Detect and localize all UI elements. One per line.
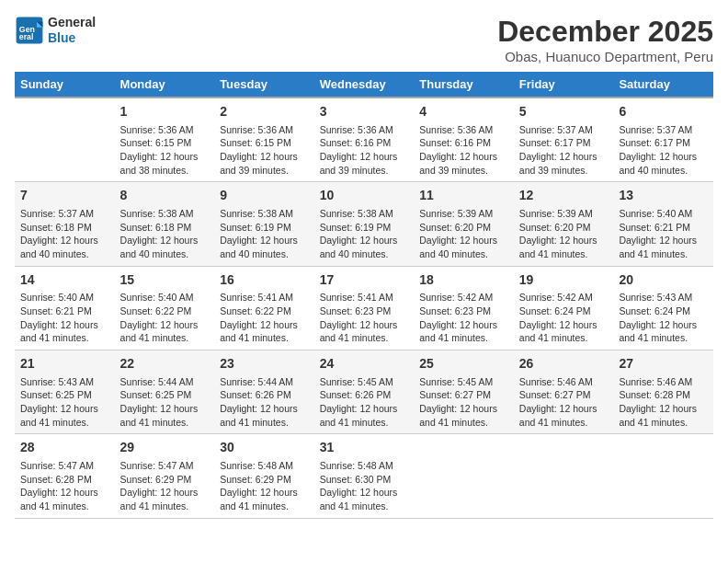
calendar-cell: 7Sunrise: 5:37 AM Sunset: 6:18 PM Daylig… bbox=[15, 182, 115, 266]
col-tuesday: Tuesday bbox=[214, 72, 314, 98]
day-info: Sunrise: 5:38 AM Sunset: 6:19 PM Dayligh… bbox=[220, 207, 309, 261]
day-info: Sunrise: 5:46 AM Sunset: 6:27 PM Dayligh… bbox=[519, 375, 609, 430]
day-number: 29 bbox=[120, 439, 210, 457]
day-info: Sunrise: 5:38 AM Sunset: 6:18 PM Dayligh… bbox=[120, 207, 210, 261]
calendar-cell: 13Sunrise: 5:40 AM Sunset: 6:21 PM Dayli… bbox=[613, 182, 713, 266]
calendar-cell: 18Sunrise: 5:42 AM Sunset: 6:23 PM Dayli… bbox=[414, 266, 514, 350]
day-info: Sunrise: 5:40 AM Sunset: 6:22 PM Dayligh… bbox=[120, 291, 210, 345]
day-info: Sunrise: 5:40 AM Sunset: 6:21 PM Dayligh… bbox=[619, 207, 708, 261]
calendar-cell: 15Sunrise: 5:40 AM Sunset: 6:22 PM Dayli… bbox=[115, 266, 215, 350]
calendar-cell: 2Sunrise: 5:36 AM Sunset: 6:15 PM Daylig… bbox=[214, 98, 314, 182]
day-number: 23 bbox=[220, 355, 309, 373]
day-number: 17 bbox=[320, 271, 409, 290]
calendar-cell: 24Sunrise: 5:45 AM Sunset: 6:26 PM Dayli… bbox=[314, 350, 415, 434]
day-number: 6 bbox=[619, 103, 708, 121]
day-number: 25 bbox=[419, 355, 508, 373]
calendar-cell: 19Sunrise: 5:42 AM Sunset: 6:24 PM Dayli… bbox=[514, 266, 614, 350]
calendar-cell: 11Sunrise: 5:39 AM Sunset: 6:20 PM Dayli… bbox=[414, 182, 514, 266]
day-number: 18 bbox=[419, 271, 508, 290]
day-info: Sunrise: 5:45 AM Sunset: 6:27 PM Dayligh… bbox=[419, 375, 508, 430]
calendar-cell: 22Sunrise: 5:44 AM Sunset: 6:25 PM Dayli… bbox=[115, 350, 215, 434]
day-number: 13 bbox=[619, 187, 708, 205]
location: Obas, Huanuco Department, Peru bbox=[497, 49, 713, 64]
day-number: 1 bbox=[120, 103, 210, 121]
calendar-week-row: 28Sunrise: 5:47 AM Sunset: 6:28 PM Dayli… bbox=[15, 434, 713, 518]
day-info: Sunrise: 5:36 AM Sunset: 6:16 PM Dayligh… bbox=[320, 123, 409, 178]
day-info: Sunrise: 5:48 AM Sunset: 6:29 PM Dayligh… bbox=[220, 459, 309, 513]
day-number: 10 bbox=[320, 187, 409, 205]
day-info: Sunrise: 5:42 AM Sunset: 6:23 PM Dayligh… bbox=[419, 291, 508, 345]
calendar-cell: 9Sunrise: 5:38 AM Sunset: 6:19 PM Daylig… bbox=[214, 182, 314, 266]
day-info: Sunrise: 5:40 AM Sunset: 6:21 PM Dayligh… bbox=[20, 291, 109, 345]
calendar-cell: 21Sunrise: 5:43 AM Sunset: 6:25 PM Dayli… bbox=[15, 350, 115, 434]
logo-text: General Blue bbox=[48, 15, 96, 46]
col-friday: Friday bbox=[514, 72, 614, 98]
day-info: Sunrise: 5:41 AM Sunset: 6:23 PM Dayligh… bbox=[320, 291, 409, 345]
calendar-cell: 26Sunrise: 5:46 AM Sunset: 6:27 PM Dayli… bbox=[514, 350, 614, 434]
calendar-header-row: Sunday Monday Tuesday Wednesday Thursday… bbox=[15, 72, 713, 98]
col-wednesday: Wednesday bbox=[314, 72, 415, 98]
day-number: 31 bbox=[320, 439, 409, 457]
calendar-week-row: 1Sunrise: 5:36 AM Sunset: 6:15 PM Daylig… bbox=[15, 98, 713, 182]
day-info: Sunrise: 5:37 AM Sunset: 6:17 PM Dayligh… bbox=[619, 123, 708, 178]
day-number: 22 bbox=[120, 355, 210, 373]
calendar-cell: 14Sunrise: 5:40 AM Sunset: 6:21 PM Dayli… bbox=[15, 266, 115, 350]
day-number: 7 bbox=[20, 187, 109, 205]
calendar-cell: 8Sunrise: 5:38 AM Sunset: 6:18 PM Daylig… bbox=[115, 182, 215, 266]
day-number: 9 bbox=[220, 187, 309, 205]
calendar-week-row: 7Sunrise: 5:37 AM Sunset: 6:18 PM Daylig… bbox=[15, 182, 713, 266]
day-number: 15 bbox=[120, 271, 210, 290]
day-info: Sunrise: 5:44 AM Sunset: 6:25 PM Dayligh… bbox=[120, 375, 210, 430]
calendar-cell: 27Sunrise: 5:46 AM Sunset: 6:28 PM Dayli… bbox=[613, 350, 713, 434]
month-title: December 2025 bbox=[497, 15, 713, 49]
day-info: Sunrise: 5:37 AM Sunset: 6:18 PM Dayligh… bbox=[20, 207, 109, 261]
calendar-cell: 10Sunrise: 5:38 AM Sunset: 6:19 PM Dayli… bbox=[314, 182, 415, 266]
day-number: 20 bbox=[619, 271, 708, 290]
day-info: Sunrise: 5:39 AM Sunset: 6:20 PM Dayligh… bbox=[419, 207, 508, 261]
calendar-table: Sunday Monday Tuesday Wednesday Thursday… bbox=[15, 72, 713, 519]
day-number: 2 bbox=[220, 103, 309, 121]
logo-line2: Blue bbox=[48, 30, 75, 45]
calendar-cell: 31Sunrise: 5:48 AM Sunset: 6:30 PM Dayli… bbox=[314, 434, 415, 518]
day-number: 19 bbox=[519, 271, 609, 290]
calendar-cell: 4Sunrise: 5:36 AM Sunset: 6:16 PM Daylig… bbox=[414, 98, 514, 182]
calendar-week-row: 14Sunrise: 5:40 AM Sunset: 6:21 PM Dayli… bbox=[15, 266, 713, 350]
day-info: Sunrise: 5:44 AM Sunset: 6:26 PM Dayligh… bbox=[220, 375, 309, 430]
calendar-cell: 23Sunrise: 5:44 AM Sunset: 6:26 PM Dayli… bbox=[214, 350, 314, 434]
calendar-cell: 1Sunrise: 5:36 AM Sunset: 6:15 PM Daylig… bbox=[115, 98, 215, 182]
calendar-cell: 3Sunrise: 5:36 AM Sunset: 6:16 PM Daylig… bbox=[314, 98, 415, 182]
day-number: 21 bbox=[20, 355, 109, 373]
day-number: 24 bbox=[320, 355, 409, 373]
day-info: Sunrise: 5:36 AM Sunset: 6:16 PM Dayligh… bbox=[419, 123, 508, 178]
calendar-cell bbox=[514, 434, 614, 518]
day-info: Sunrise: 5:47 AM Sunset: 6:29 PM Dayligh… bbox=[120, 459, 210, 513]
calendar-cell bbox=[613, 434, 713, 518]
day-number: 8 bbox=[120, 187, 210, 205]
day-info: Sunrise: 5:46 AM Sunset: 6:28 PM Dayligh… bbox=[619, 375, 708, 430]
day-number: 14 bbox=[20, 271, 109, 290]
day-info: Sunrise: 5:48 AM Sunset: 6:30 PM Dayligh… bbox=[320, 459, 409, 513]
day-info: Sunrise: 5:36 AM Sunset: 6:15 PM Dayligh… bbox=[120, 123, 210, 178]
day-number: 27 bbox=[619, 355, 708, 373]
day-info: Sunrise: 5:47 AM Sunset: 6:28 PM Dayligh… bbox=[20, 459, 109, 513]
calendar-cell: 17Sunrise: 5:41 AM Sunset: 6:23 PM Dayli… bbox=[314, 266, 415, 350]
page-header: Gen eral General Blue December 2025 Obas… bbox=[15, 15, 713, 64]
day-number: 11 bbox=[419, 187, 508, 205]
col-monday: Monday bbox=[115, 72, 215, 98]
logo: Gen eral General Blue bbox=[15, 15, 96, 46]
day-number: 26 bbox=[519, 355, 609, 373]
day-info: Sunrise: 5:39 AM Sunset: 6:20 PM Dayligh… bbox=[519, 207, 609, 261]
col-sunday: Sunday bbox=[15, 72, 115, 98]
day-number: 4 bbox=[419, 103, 508, 121]
calendar-cell: 5Sunrise: 5:37 AM Sunset: 6:17 PM Daylig… bbox=[514, 98, 614, 182]
calendar-cell: 25Sunrise: 5:45 AM Sunset: 6:27 PM Dayli… bbox=[414, 350, 514, 434]
day-info: Sunrise: 5:45 AM Sunset: 6:26 PM Dayligh… bbox=[320, 375, 409, 430]
calendar-cell: 16Sunrise: 5:41 AM Sunset: 6:22 PM Dayli… bbox=[214, 266, 314, 350]
calendar-cell: 20Sunrise: 5:43 AM Sunset: 6:24 PM Dayli… bbox=[613, 266, 713, 350]
day-info: Sunrise: 5:43 AM Sunset: 6:25 PM Dayligh… bbox=[20, 375, 109, 430]
calendar-week-row: 21Sunrise: 5:43 AM Sunset: 6:25 PM Dayli… bbox=[15, 350, 713, 434]
calendar-cell: 12Sunrise: 5:39 AM Sunset: 6:20 PM Dayli… bbox=[514, 182, 614, 266]
calendar-cell: 28Sunrise: 5:47 AM Sunset: 6:28 PM Dayli… bbox=[15, 434, 115, 518]
col-saturday: Saturday bbox=[613, 72, 713, 98]
logo-line1: General bbox=[48, 15, 96, 30]
